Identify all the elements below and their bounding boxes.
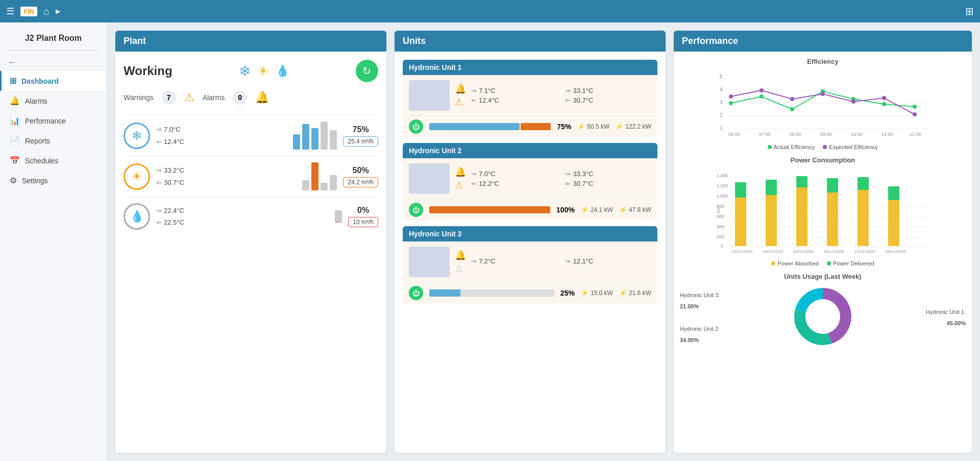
unit-3-alarm-icon: 🔔 (455, 250, 466, 261)
hydronic-unit-1-header: Hydronic Unit 1 (403, 60, 657, 75)
unit-3-temps: ⇒7.2°C ⇒12.1°C (471, 257, 651, 267)
units-card: Units Hydronic Unit 1 (395, 31, 666, 453)
unit-3-warn-icon: ⚠ (455, 263, 466, 274)
unit-1-warn-icon: ⚠ (455, 96, 466, 108)
svg-text:15/11/2020: 15/11/2020 (793, 249, 814, 254)
svg-text:3: 3 (720, 100, 723, 105)
svg-text:400: 400 (717, 224, 724, 229)
svg-text:09:00: 09:00 (820, 132, 832, 137)
svg-point-23 (913, 105, 917, 109)
dhw-circle: 💧 (124, 203, 150, 230)
svg-text:06:00: 06:00 (728, 132, 740, 137)
svg-text:16/11/2020: 16/11/2020 (824, 249, 845, 254)
svg-point-30 (913, 112, 917, 116)
svg-point-25 (760, 88, 764, 92)
unit-2-warn-icon: ⚠ (455, 180, 466, 191)
unit-1-power-icon: ⏻ (409, 119, 423, 134)
sidebar-item-dashboard[interactable]: ⊞ Dashboard (0, 71, 107, 91)
warnings-row: Warnings 7 ⚠ Alarms 0 🔔 (124, 90, 378, 105)
sidebar-item-label: Schedules (25, 157, 58, 165)
svg-text:10:00: 10:00 (851, 132, 863, 137)
back-button[interactable]: ← (0, 54, 107, 71)
energy-icon: ⚡ (616, 123, 623, 130)
svg-text:600: 600 (717, 214, 724, 219)
reports-icon: 📄 (10, 136, 20, 145)
chiller-temps: ⇒7.0°C ⇐12.4°C (156, 124, 287, 148)
main-layout: J2 Plant Room ← ⊞ Dashboard 🔔 Alarms 📊 P… (0, 22, 980, 461)
sidebar-item-reports[interactable]: 📄 Reports (0, 131, 107, 151)
menu-icon[interactable]: ☰ (6, 6, 14, 17)
grid-icon[interactable]: ⊞ (965, 5, 974, 17)
svg-point-19 (790, 107, 794, 111)
svg-text:07:00: 07:00 (759, 132, 771, 137)
units-body: Hydronic Unit 1 🔔 ⚠ (395, 52, 666, 318)
efficiency-legend: Actual Efficiency Expected Efficiency (680, 144, 966, 150)
donut-chart (790, 283, 856, 352)
hydronic-unit-3-body: 🔔 ⚠ ⇒7.2°C ⇒12.1°C (403, 241, 657, 282)
arrow-icon: ▶ (56, 8, 60, 15)
usage-title: Units Usage (Last Week) (680, 273, 966, 280)
svg-text:1,200: 1,200 (717, 183, 728, 188)
sidebar-item-performance[interactable]: 📊 Performance (0, 111, 107, 131)
boiler-bars (302, 162, 337, 190)
svg-text:0: 0 (721, 244, 723, 249)
performance-header: Performance (674, 31, 972, 52)
plant-unit-chiller: ❄ ⇒7.0°C ⇐12.4°C 75% (124, 115, 378, 156)
svg-text:12:00: 12:00 (910, 132, 921, 137)
chiller-flow: 25.4 m³/h (343, 136, 378, 147)
unit1-pct: 45.00% (926, 318, 966, 329)
home-icon[interactable]: ⌂ (43, 6, 50, 17)
dashboard-icon: ⊞ (10, 76, 16, 86)
boiler-temps: ⇒33.2°C ⇐30.7°C (156, 164, 296, 188)
svg-point-28 (851, 100, 855, 104)
units-header: Units (395, 31, 666, 52)
unit-3-alerts: 🔔 ⚠ (455, 250, 466, 274)
sidebar-title: J2 Plant Room (0, 28, 107, 47)
svg-point-29 (882, 96, 886, 100)
unit-2-energy-kw: ⚡ 47.8 kW (619, 206, 651, 213)
sidebar-divider (8, 50, 99, 51)
sidebar-item-settings[interactable]: ⚙ Settings (0, 171, 107, 190)
plant-card: Plant Working ❄ ☀ 💧 ↻ Warnings 7 ⚠ (115, 31, 386, 453)
hydronic-unit-2-header: Hydronic Unit 2 (403, 143, 657, 158)
back-icon: ← (8, 58, 16, 67)
unit-2-power-icon: ⏻ (409, 203, 423, 217)
svg-rect-58 (888, 200, 899, 246)
svg-point-18 (760, 94, 764, 99)
svg-rect-55 (827, 178, 838, 192)
svg-text:1,400: 1,400 (717, 173, 728, 178)
svg-text:13/11/2020: 13/11/2020 (732, 249, 753, 254)
sidebar-item-label: Settings (22, 177, 48, 185)
svg-rect-49 (735, 182, 746, 198)
alarms-label: Alarms (203, 93, 225, 102)
svg-rect-51 (766, 180, 777, 195)
schedules-icon: 📅 (10, 156, 20, 165)
unit-2-pct: 100% (556, 206, 575, 214)
refresh-button[interactable]: ↻ (356, 60, 378, 82)
sidebar-item-schedules[interactable]: 📅 Schedules (0, 151, 107, 171)
dhw-flow: 10 m³/h (348, 217, 378, 227)
unit-2-alarm-icon: 🔔 (455, 166, 466, 178)
svg-rect-59 (888, 186, 899, 200)
svg-point-17 (729, 101, 733, 105)
hydronic-unit-1-body: 🔔 ⚠ ⇒7.1°C ⇒33.1°C ⇐12.4°C ⇐30.7°C (403, 75, 657, 116)
efficiency-title: Efficiency (680, 58, 966, 65)
unit-1-energy-kw: ⚡ 122.2 kW (616, 123, 651, 130)
sidebar-item-alarms[interactable]: 🔔 Alarms (0, 91, 107, 111)
dhw-temps: ⇒22.4°C ⇐22.5°C (156, 205, 329, 229)
svg-text:4: 4 (720, 87, 723, 92)
unit-3-energy-kw: ⚡ 21.6 kW (619, 289, 651, 297)
unit-2-image (409, 163, 450, 194)
unit-1-image (409, 80, 450, 111)
snowflake-icon: ❄ (239, 63, 251, 80)
power-legend: Power Absorbed Power Delivered (680, 260, 966, 266)
svg-rect-54 (827, 192, 838, 246)
unit-3-pct: 25% (560, 289, 575, 297)
power-icon: ⚡ (577, 123, 585, 130)
hydronic-unit-3-bottom: ⏻ 25% ⚡ 15.0 kW ⚡ (403, 282, 657, 303)
unit-1-power-kw: ⚡ 60.5 kW (577, 123, 609, 130)
dhw-pct: 0% (357, 206, 369, 215)
plant-header: Plant (115, 31, 386, 52)
performance-card: Performance Efficiency 5 4 3 2 1 (674, 31, 972, 453)
power-icon-3: ⚡ (581, 289, 589, 297)
